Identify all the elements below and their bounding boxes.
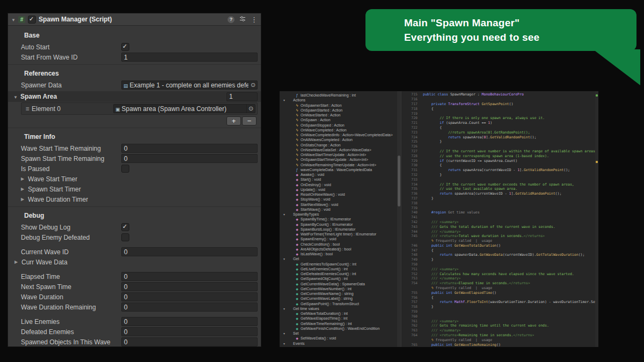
code-line[interactable]: 718 {: [401, 106, 598, 111]
spawner-data-object-field[interactable]: Example 1 - complete on all enemies defe: [121, 80, 258, 90]
component-foldout-arrow-icon[interactable]: [11, 16, 16, 23]
property-checkbox[interactable]: [121, 233, 129, 241]
remove-element-button[interactable]: −: [242, 116, 257, 125]
property-value-field[interactable]: 0: [121, 337, 258, 346]
structure-item[interactable]: ▾ SpawnByTypes: [280, 212, 401, 217]
code-line[interactable]: 761 /// <summary>: [401, 319, 598, 323]
property-value-field[interactable]: 0: [121, 292, 258, 301]
inspector-row[interactable]: Is Paused: [8, 164, 261, 174]
structure-item[interactable]: lastCheckedWaveRemaining : int: [280, 93, 401, 98]
code-line[interactable]: 749 }: [401, 257, 598, 262]
structure-item[interactable]: SpawnByTime() : IEnumerator: [280, 217, 401, 221]
code-line[interactable]: 764 /// <returns>Remaining time in secon…: [401, 333, 598, 338]
structure-item[interactable]: IsLastWave() : bool: [280, 252, 401, 256]
structure-item[interactable]: OnWaveStarted : Action: [280, 113, 401, 117]
array-element-row[interactable]: Element 0 Spawn area (Spawn Area Control…: [23, 104, 255, 113]
code-line[interactable]: 723 //return spawnArea[0].GetRandomPoint…: [401, 130, 598, 135]
structure-item[interactable]: OnWaveStartTimerUpdate : Action<int>: [280, 152, 401, 157]
property-value-field[interactable]: 0: [121, 327, 258, 336]
property-value-field[interactable]: 0: [121, 247, 258, 256]
property-checkbox[interactable]: [121, 165, 129, 173]
inspector-row[interactable]: ▶ Wave Duration Timer: [8, 194, 261, 204]
code-line[interactable]: 721 if (spawnArea.Count == 1): [401, 121, 598, 125]
foldout-arrow-icon[interactable]: [13, 93, 18, 100]
code-line[interactable]: 733: [401, 177, 598, 182]
structure-item[interactable]: GetWaveElapsedTime() : int: [280, 316, 401, 321]
code-line[interactable]: 760: [401, 314, 598, 319]
inspector-row[interactable]: [8, 242, 261, 247]
property-value-field[interactable]: 0: [121, 282, 258, 291]
inspector-row[interactable]: Live Enemies 0: [8, 316, 261, 327]
code-line[interactable]: 735 // use the last available spawn area…: [401, 187, 598, 191]
structure-item[interactable]: OnSpawnStarted : Action: [280, 108, 401, 113]
code-line[interactable]: 730 {: [401, 163, 598, 168]
inspector-row[interactable]: Auto Start: [8, 42, 261, 52]
code-line[interactable]: 728 // use the corresponding spawn area …: [401, 153, 598, 158]
code-line[interactable]: 715 public class SpawnManager : MonoBeha…: [401, 92, 598, 97]
code-line[interactable]: 736 return spawnArea[currentWaveID - 1].…: [401, 191, 598, 196]
spawn-area-object-field[interactable]: Spawn area (Spawn Area Controller): [113, 104, 255, 113]
presets-icon[interactable]: [239, 16, 246, 24]
code-line[interactable]: 717 private TransformStruct GetSpawnPoin…: [401, 102, 598, 107]
structure-pane[interactable]: lastCheckedWaveRemaining : int ▾ Actions…: [280, 91, 401, 347]
property-value-field[interactable]: 1: [121, 53, 258, 62]
structure-item[interactable]: GetWaveTotalDuration() : int: [280, 311, 401, 316]
code-line[interactable]: 720 // If there is only one spawn area, …: [401, 116, 598, 121]
structure-item[interactable]: OnDestroy() : void: [280, 182, 401, 187]
structure-item[interactable]: GetSpawnPoint() : TransformStruct: [280, 301, 401, 306]
structure-item[interactable]: GetDefeatedEnemiesCount() : int: [280, 271, 401, 276]
code-line[interactable]: 742 /// <summary>: [401, 220, 598, 225]
code-line[interactable]: 759: [401, 309, 598, 314]
code-line[interactable]: 753 /// </summary>: [401, 276, 598, 281]
structure-item[interactable]: SpawnBurstLoop() : IEnumerator: [280, 227, 401, 232]
code-line[interactable]: ϟ frequently called | usage: [401, 239, 598, 243]
code-line[interactable]: 716: [401, 97, 598, 102]
structure-item[interactable]: OnWaveCompleted : Action: [280, 128, 401, 132]
structure-item[interactable]: GetCurrentWaveData() : SpawnerData: [280, 282, 401, 286]
structure-item[interactable]: waveCompleteData : WaveCompletedData: [280, 167, 401, 172]
structure-item[interactable]: ResetOnNewWave() : void: [280, 192, 401, 197]
structure-item[interactable]: Awake() : void: [280, 172, 401, 177]
code-line[interactable]: 719: [401, 111, 598, 116]
structure-item[interactable]: OnStatsChange : Action: [280, 143, 401, 147]
structure-item[interactable]: AreAllObjectsDefeated() : bool: [280, 247, 401, 252]
code-line[interactable]: 725 }: [401, 139, 598, 144]
structure-item[interactable]: OnSpawn : Action: [280, 117, 401, 122]
structure-item[interactable]: OnSpawnStartTimerUpdate : Action<int>: [280, 157, 401, 162]
inspector-row[interactable]: Spawn Start Time Remaining 0: [8, 153, 261, 164]
code-line[interactable]: 746 public int GetWaveTotalDuration(): [401, 243, 598, 248]
property-value-field[interactable]: 0: [121, 272, 258, 281]
code-line[interactable]: 727 // If the current wave number is wit…: [401, 149, 598, 154]
error-stripe[interactable]: [595, 91, 598, 347]
array-size-field[interactable]: 1: [226, 92, 258, 101]
structure-scrollbar[interactable]: [397, 91, 401, 347]
inspector-row[interactable]: Start From Wave ID 1: [8, 52, 261, 62]
inspector-row[interactable]: [8, 312, 261, 316]
structure-item[interactable]: GetCurrentWaveNumber() : int: [280, 286, 401, 291]
structure-item[interactable]: GetCurrentWaveLabel() : string: [280, 296, 401, 301]
structure-item[interactable]: GetSpawnedObjCount() : int: [280, 276, 401, 281]
inspector-row[interactable]: Defeated Enemies 0: [8, 327, 261, 337]
structure-item[interactable]: OnSpawnerStart : Action: [280, 103, 401, 108]
spawner-data-row[interactable]: Spawner Data Example 1 - complete on all…: [8, 80, 261, 90]
property-checkbox[interactable]: [121, 223, 129, 231]
code-line[interactable]: 756 {: [401, 295, 598, 300]
structure-item[interactable]: ▾ Set: [280, 331, 401, 336]
code-line[interactable]: 758 }: [401, 305, 598, 309]
drag-handle-icon[interactable]: [23, 105, 32, 113]
structure-item[interactable]: GetLiveEnemiesCount() : int: [280, 267, 401, 271]
structure-item[interactable]: GetWaveFinishCondition() : WaveEndCondit…: [280, 326, 401, 331]
property-checkbox[interactable]: [121, 43, 129, 51]
code-line[interactable]: 732 }: [401, 173, 598, 178]
code-line[interactable]: 745 /// <returns>Total wave duration in …: [401, 234, 598, 239]
inspector-row[interactable]: Wave Duration Remaining 0: [8, 302, 261, 312]
inspector-row[interactable]: [8, 267, 261, 271]
code-line[interactable]: 738: [401, 201, 598, 205]
code-line[interactable]: ϟ frequently called | usage: [401, 286, 598, 291]
structure-item[interactable]: GetWaveTimeRemaining() : int: [280, 321, 401, 326]
structure-item[interactable]: StartNextWave() : void: [280, 202, 401, 207]
code-line[interactable]: 743 /// Gets the total duration of the c…: [401, 224, 598, 229]
inspector-row[interactable]: Elapsed Time 0: [8, 271, 261, 282]
code-line[interactable]: 734 // If the current wave number exceed…: [401, 182, 598, 187]
code-line[interactable]: 757 return Mathf.FloorToInt(waveDuration…: [401, 300, 598, 305]
